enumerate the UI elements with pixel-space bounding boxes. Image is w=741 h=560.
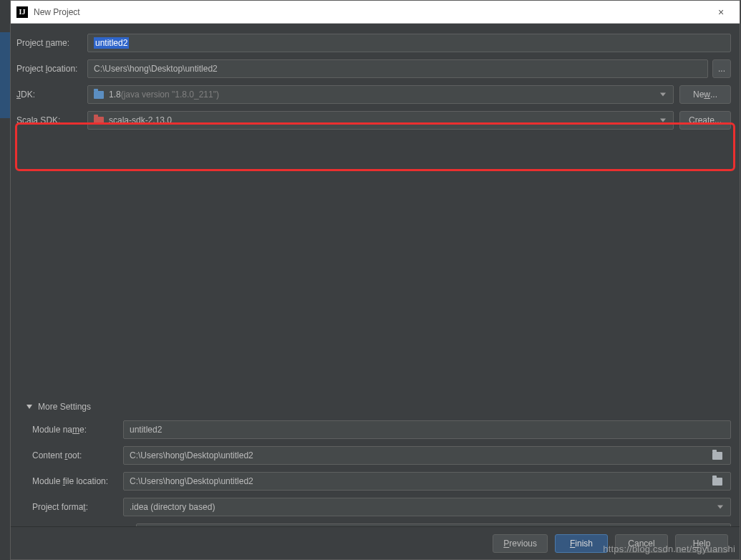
project-location-label: Project location: [16,64,87,74]
content-root-value: C:\Users\hong\Desktop\untitled2 [130,450,253,460]
project-format-dropdown[interactable]: .idea (directory based) [123,498,731,516]
scala-sdk-dropdown[interactable]: scala-sdk-2.13.0 [87,111,674,130]
more-settings-section: More Settings Module name: untitled2 Con… [19,402,731,526]
more-settings-toggle[interactable]: More Settings [19,402,731,412]
watermark-text: https://blog.csdn.net/sgyuanshi [603,544,735,554]
scala-sdk-row: Scala SDK: scala-sdk-2.13.0 Create... [16,111,731,130]
folder-icon [94,117,104,125]
scala-sdk-create-button[interactable]: Create... [679,111,731,130]
new-project-dialog: IJ New Project × Project name: untitled2… [10,0,740,560]
more-settings-label: More Settings [38,402,91,412]
project-name-value: untitled2 [94,37,129,49]
parent-window-stub [0,0,10,560]
browse-module-file-button[interactable] [713,475,726,488]
module-file-location-input[interactable]: C:\Users\hong\Desktop\untitled2 [123,472,731,491]
chevron-down-icon [26,405,32,409]
jdk-dropdown[interactable]: 1.8 (java version "1.8.0_211") [87,85,674,104]
project-name-label: Project name: [16,38,87,48]
project-format-value: .idea (directory based) [130,502,215,512]
create-source-root-row: Create source root: src [19,523,731,526]
browse-location-button[interactable]: ... [712,59,731,78]
dialog-content: Project name: untitled2 Project location… [11,24,740,526]
finish-button[interactable]: Finish [555,534,608,553]
previous-button[interactable]: Previous [493,534,548,553]
module-name-value: untitled2 [130,425,162,435]
scala-sdk-value: scala-sdk-2.13.0 [109,115,172,125]
project-location-value: C:\Users\hong\Desktop\untitled2 [94,64,218,74]
folder-icon [712,478,722,486]
module-file-location-value: C:\Users\hong\Desktop\untitled2 [130,476,253,486]
project-location-row: Project location: C:\Users\hong\Desktop\… [16,59,731,78]
parent-selection-stub [0,32,10,118]
titlebar: IJ New Project × [11,1,740,24]
folder-icon [712,452,722,460]
close-button[interactable]: × [708,4,734,21]
highlight-annotation [15,122,735,171]
project-format-label: Project format: [19,502,123,512]
source-root-input[interactable]: src [136,523,731,526]
content-root-input[interactable]: C:\Users\hong\Desktop\untitled2 [123,446,731,465]
content-root-row: Content root: C:\Users\hong\Desktop\unti… [19,446,731,465]
window-title: New Project [34,7,708,17]
project-format-row: Project format: .idea (directory based) [19,498,731,516]
folder-icon [94,91,104,99]
module-name-input[interactable]: untitled2 [123,420,731,439]
module-name-label: Module name: [19,425,123,435]
scala-sdk-label: Scala SDK: [16,115,87,125]
module-file-location-row: Module file location: C:\Users\hong\Desk… [19,472,731,491]
jdk-label: JDK: [16,90,87,100]
project-location-input[interactable]: C:\Users\hong\Desktop\untitled2 [87,59,708,78]
jdk-new-button[interactable]: New... [679,85,731,104]
module-file-location-label: Module file location: [19,476,123,486]
jdk-hint: (java version "1.8.0_211") [121,90,219,100]
browse-content-root-button[interactable] [713,449,726,462]
jdk-value: 1.8 [109,90,121,100]
project-name-input[interactable]: untitled2 [87,34,731,52]
dialog-footer: Previous Finish Cancel Help [11,526,740,559]
app-icon: IJ [16,6,28,18]
jdk-row: JDK: 1.8 (java version "1.8.0_211") New.… [16,85,731,104]
project-name-row: Project name: untitled2 [16,34,731,52]
module-name-row: Module name: untitled2 [19,420,731,439]
content-root-label: Content root: [19,450,123,460]
